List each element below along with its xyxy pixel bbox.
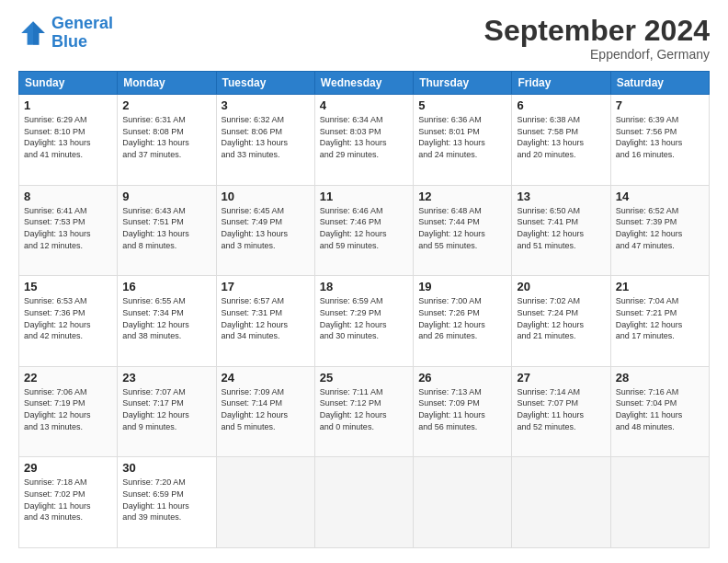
calendar-header-thursday: Thursday (414, 72, 512, 95)
cell-content: Sunrise: 7:18 AMSunset: 7:02 PMDaylight:… (24, 477, 112, 523)
day-number: 13 (517, 190, 605, 203)
day-number: 22 (24, 371, 112, 385)
calendar-week-3: 15Sunrise: 6:53 AMSunset: 7:36 PMDayligh… (19, 276, 710, 367)
cell-content: Sunrise: 7:00 AMSunset: 7:26 PMDaylight:… (418, 295, 506, 341)
day-number: 6 (517, 98, 605, 112)
calendar-cell: 21Sunrise: 7:04 AMSunset: 7:21 PMDayligh… (610, 276, 709, 367)
calendar-cell (216, 457, 314, 548)
calendar-week-1: 1Sunrise: 6:29 AMSunset: 8:10 PMDaylight… (19, 95, 710, 186)
day-number: 21 (616, 280, 704, 293)
calendar-week-2: 8Sunrise: 6:41 AMSunset: 7:53 PMDaylight… (19, 185, 710, 276)
calendar-cell (610, 457, 709, 548)
calendar-cell: 19Sunrise: 7:00 AMSunset: 7:26 PMDayligh… (414, 276, 512, 367)
calendar-cell: 20Sunrise: 7:02 AMSunset: 7:24 PMDayligh… (512, 276, 610, 367)
calendar-cell: 2Sunrise: 6:31 AMSunset: 8:08 PMDaylight… (118, 95, 216, 186)
logo-general: General (51, 14, 113, 32)
cell-content: Sunrise: 7:04 AMSunset: 7:21 PMDaylight:… (616, 295, 704, 341)
day-number: 12 (418, 190, 506, 203)
cell-content: Sunrise: 6:55 AMSunset: 7:34 PMDaylight:… (122, 295, 210, 341)
header: General Blue September 2024 Eppendorf, G… (18, 15, 710, 62)
day-number: 8 (24, 190, 112, 203)
cell-content: Sunrise: 7:09 AMSunset: 7:14 PMDaylight:… (222, 386, 310, 432)
cell-content: Sunrise: 6:36 AMSunset: 8:01 PMDaylight:… (418, 114, 506, 160)
cell-content: Sunrise: 6:48 AMSunset: 7:44 PMDaylight:… (418, 205, 506, 251)
cell-content: Sunrise: 7:16 AMSunset: 7:04 PMDaylight:… (616, 386, 704, 432)
cell-content: Sunrise: 7:13 AMSunset: 7:09 PMDaylight:… (418, 386, 506, 432)
cell-content: Sunrise: 6:53 AMSunset: 7:36 PMDaylight:… (24, 295, 112, 341)
day-number: 11 (320, 190, 408, 203)
calendar-header-row: SundayMondayTuesdayWednesdayThursdayFrid… (19, 72, 710, 95)
calendar-cell: 10Sunrise: 6:45 AMSunset: 7:49 PMDayligh… (216, 185, 314, 276)
calendar-cell: 13Sunrise: 6:50 AMSunset: 7:41 PMDayligh… (512, 185, 610, 276)
calendar-table: SundayMondayTuesdayWednesdayThursdayFrid… (18, 71, 710, 548)
cell-content: Sunrise: 6:32 AMSunset: 8:06 PMDaylight:… (222, 114, 310, 160)
calendar-cell: 26Sunrise: 7:13 AMSunset: 7:09 PMDayligh… (414, 366, 512, 457)
day-number: 29 (24, 461, 112, 475)
day-number: 23 (122, 371, 210, 385)
calendar-cell: 5Sunrise: 6:36 AMSunset: 8:01 PMDaylight… (414, 95, 512, 186)
calendar-cell: 29Sunrise: 7:18 AMSunset: 7:02 PMDayligh… (19, 457, 118, 548)
logo-blue: Blue (51, 32, 87, 51)
day-number: 18 (320, 280, 408, 293)
cell-content: Sunrise: 6:34 AMSunset: 8:03 PMDaylight:… (320, 114, 408, 160)
day-number: 16 (122, 280, 210, 293)
calendar-header-saturday: Saturday (610, 72, 709, 95)
calendar-week-5: 29Sunrise: 7:18 AMSunset: 7:02 PMDayligh… (19, 457, 710, 548)
day-number: 19 (418, 280, 506, 293)
logo-icon (18, 18, 48, 48)
day-number: 24 (222, 371, 310, 385)
cell-content: Sunrise: 7:06 AMSunset: 7:19 PMDaylight:… (24, 386, 112, 432)
calendar-cell: 24Sunrise: 7:09 AMSunset: 7:14 PMDayligh… (216, 366, 314, 457)
calendar-cell: 3Sunrise: 6:32 AMSunset: 8:06 PMDaylight… (216, 95, 314, 186)
day-number: 15 (24, 280, 112, 293)
day-number: 10 (222, 190, 310, 203)
calendar-cell: 15Sunrise: 6:53 AMSunset: 7:36 PMDayligh… (19, 276, 118, 367)
cell-content: Sunrise: 6:31 AMSunset: 8:08 PMDaylight:… (122, 114, 210, 160)
cell-content: Sunrise: 6:38 AMSunset: 7:58 PMDaylight:… (517, 114, 605, 160)
calendar-cell: 14Sunrise: 6:52 AMSunset: 7:39 PMDayligh… (610, 185, 709, 276)
cell-content: Sunrise: 6:43 AMSunset: 7:51 PMDaylight:… (122, 205, 210, 251)
calendar-cell: 18Sunrise: 6:59 AMSunset: 7:29 PMDayligh… (314, 276, 413, 367)
calendar-week-4: 22Sunrise: 7:06 AMSunset: 7:19 PMDayligh… (19, 366, 710, 457)
calendar-cell: 12Sunrise: 6:48 AMSunset: 7:44 PMDayligh… (414, 185, 512, 276)
cell-content: Sunrise: 6:46 AMSunset: 7:46 PMDaylight:… (320, 205, 408, 251)
calendar-cell: 16Sunrise: 6:55 AMSunset: 7:34 PMDayligh… (118, 276, 216, 367)
main-title: September 2024 (484, 15, 710, 47)
calendar-header-monday: Monday (118, 72, 216, 95)
cell-content: Sunrise: 7:07 AMSunset: 7:17 PMDaylight:… (122, 386, 210, 432)
day-number: 9 (122, 190, 210, 203)
day-number: 1 (24, 98, 112, 112)
calendar-cell: 27Sunrise: 7:14 AMSunset: 7:07 PMDayligh… (512, 366, 610, 457)
day-number: 4 (320, 98, 408, 112)
cell-content: Sunrise: 6:45 AMSunset: 7:49 PMDaylight:… (222, 205, 310, 251)
day-number: 26 (418, 371, 506, 385)
calendar-cell (314, 457, 413, 548)
calendar-cell: 8Sunrise: 6:41 AMSunset: 7:53 PMDaylight… (19, 185, 118, 276)
calendar-header-friday: Friday (512, 72, 610, 95)
calendar-cell: 22Sunrise: 7:06 AMSunset: 7:19 PMDayligh… (19, 366, 118, 457)
logo: General Blue (18, 15, 113, 52)
cell-content: Sunrise: 6:59 AMSunset: 7:29 PMDaylight:… (320, 295, 408, 341)
calendar-cell: 23Sunrise: 7:07 AMSunset: 7:17 PMDayligh… (118, 366, 216, 457)
calendar-header-tuesday: Tuesday (216, 72, 314, 95)
day-number: 27 (517, 371, 605, 385)
calendar-cell (512, 457, 610, 548)
day-number: 30 (122, 461, 210, 475)
logo-text: General Blue (51, 15, 113, 52)
day-number: 25 (320, 371, 408, 385)
calendar-cell: 30Sunrise: 7:20 AMSunset: 6:59 PMDayligh… (118, 457, 216, 548)
cell-content: Sunrise: 6:39 AMSunset: 7:56 PMDaylight:… (616, 114, 704, 160)
calendar-cell: 9Sunrise: 6:43 AMSunset: 7:51 PMDaylight… (118, 185, 216, 276)
svg-marker-1 (33, 21, 45, 45)
cell-content: Sunrise: 7:02 AMSunset: 7:24 PMDaylight:… (517, 295, 605, 341)
calendar-cell: 1Sunrise: 6:29 AMSunset: 8:10 PMDaylight… (19, 95, 118, 186)
calendar-cell: 6Sunrise: 6:38 AMSunset: 7:58 PMDaylight… (512, 95, 610, 186)
day-number: 17 (222, 280, 310, 293)
calendar-cell: 25Sunrise: 7:11 AMSunset: 7:12 PMDayligh… (314, 366, 413, 457)
day-number: 2 (122, 98, 210, 112)
day-number: 14 (616, 190, 704, 203)
calendar-header-sunday: Sunday (19, 72, 118, 95)
cell-content: Sunrise: 7:14 AMSunset: 7:07 PMDaylight:… (517, 386, 605, 432)
day-number: 5 (418, 98, 506, 112)
calendar-cell: 28Sunrise: 7:16 AMSunset: 7:04 PMDayligh… (610, 366, 709, 457)
